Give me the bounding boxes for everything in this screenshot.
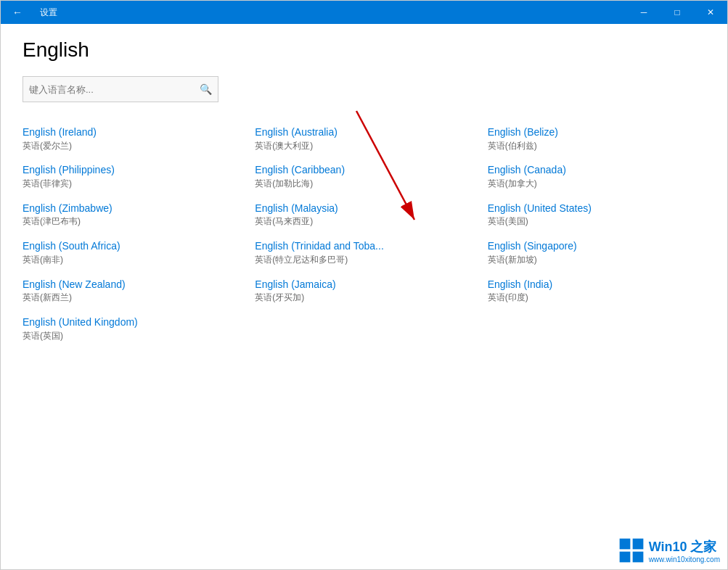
lang-sub: 英语(加拿大) (488, 178, 705, 190)
list-item[interactable]: English (Malaysia)英语(马来西亚) (255, 196, 473, 234)
list-item[interactable]: English (Caribbean)英语(加勒比海) (255, 157, 473, 195)
list-item[interactable]: English (New Zealand)英语(新西兰) (23, 272, 240, 310)
lang-name: English (Caribbean) (255, 163, 473, 178)
lang-name: English (Ireland) (23, 125, 240, 140)
lang-name: English (Jamaica) (255, 278, 473, 292)
search-box[interactable]: 🔍 (23, 76, 218, 102)
list-item[interactable]: English (South Africa)英语(南非) (23, 234, 240, 271)
list-item[interactable]: English (United Kingdom)英语(英国) (23, 310, 240, 347)
watermark-text: Win10 之家 www.win10xitong.com (649, 538, 720, 563)
windows-logo-icon (618, 537, 645, 563)
back-button[interactable]: ← (1, 1, 34, 24)
list-item[interactable]: English (Canada)英语(加拿大) (488, 157, 705, 195)
lang-name: English (India) (488, 278, 705, 292)
close-icon: ✕ (707, 7, 714, 17)
list-item[interactable]: English (Jamaica)英语(牙买加) (255, 272, 473, 310)
maximize-button[interactable]: □ (660, 1, 694, 24)
lang-sub: 英语(印度) (488, 292, 705, 304)
lang-name: English (Australia) (255, 125, 473, 140)
lang-sub: 英语(牙买加) (255, 292, 473, 304)
lang-name: English (Malaysia) (255, 202, 473, 216)
language-column-2: English (Belize)英语(伯利兹)English (Canada)英… (488, 120, 705, 347)
lang-sub: 英语(南非) (23, 254, 240, 266)
content-area: English 🔍 English (Ireland)英语(爱尔兰)Englis… (1, 24, 727, 569)
lang-name: English (Singapore) (488, 239, 705, 254)
list-item[interactable]: English (India)英语(印度) (488, 272, 705, 310)
lang-sub: 英语(爱尔兰) (23, 140, 240, 152)
list-item[interactable]: English (Belize)英语(伯利兹) (488, 120, 705, 157)
search-icon: 🔍 (200, 83, 212, 95)
minimize-button[interactable]: ─ (627, 1, 660, 24)
titlebar: ← 设置 ─ □ ✕ (1, 1, 727, 24)
lang-sub: 英语(马来西亚) (255, 215, 473, 228)
page-title: English (23, 38, 705, 62)
svg-rect-4 (619, 552, 630, 563)
lang-sub: 英语(新西兰) (23, 292, 240, 304)
svg-rect-3 (632, 539, 643, 550)
titlebar-controls: ─ □ ✕ (627, 1, 727, 24)
close-button[interactable]: ✕ (694, 1, 727, 24)
back-icon: ← (12, 7, 23, 18)
list-item[interactable]: English (Zimbabwe)英语(津巴布韦) (23, 196, 240, 234)
search-input[interactable] (29, 84, 200, 95)
lang-sub: 英语(澳大利亚) (255, 140, 473, 152)
language-column-0: English (Ireland)英语(爱尔兰)English (Philipp… (23, 120, 240, 347)
lang-sub: 英语(新加坡) (488, 254, 705, 266)
window: ← 设置 ─ □ ✕ English 🔍 English (Ireland)英 (0, 0, 728, 570)
svg-rect-5 (632, 552, 643, 563)
svg-rect-2 (619, 539, 630, 550)
lang-name: English (South Africa) (23, 239, 240, 254)
list-item[interactable]: English (Singapore)英语(新加坡) (488, 234, 705, 271)
lang-sub: 英语(菲律宾) (23, 178, 240, 190)
lang-name: English (Trinidad and Toba... (255, 239, 473, 254)
lang-sub: 英语(特立尼达和多巴哥) (255, 254, 473, 266)
lang-name: English (Philippines) (23, 163, 240, 178)
titlebar-title: 设置 (34, 7, 57, 19)
lang-sub: 英语(伯利兹) (488, 140, 705, 152)
lang-name: English (Canada) (488, 163, 705, 178)
minimize-icon: ─ (641, 7, 647, 17)
list-item[interactable]: English (United States)英语(美国) (488, 196, 705, 234)
language-grid: English (Ireland)英语(爱尔兰)English (Philipp… (23, 120, 705, 347)
list-item[interactable]: English (Australia)英语(澳大利亚) (255, 120, 473, 157)
lang-sub: 英语(津巴布韦) (23, 215, 240, 228)
titlebar-left: ← 设置 (1, 1, 57, 24)
lang-sub: 英语(英国) (23, 330, 240, 342)
lang-sub: 英语(加勒比海) (255, 178, 473, 190)
lang-sub: 英语(美国) (488, 215, 705, 228)
lang-name: English (United States) (488, 202, 705, 216)
list-item[interactable]: English (Ireland)英语(爱尔兰) (23, 120, 240, 157)
lang-name: English (Belize) (488, 125, 705, 140)
list-item[interactable]: English (Philippines)英语(菲律宾) (23, 157, 240, 195)
language-column-1: English (Australia)英语(澳大利亚)English (Cari… (255, 120, 473, 347)
watermark-title: Win10 之家 (649, 538, 720, 555)
watermark-url: www.win10xitong.com (649, 555, 720, 563)
lang-name: English (United Kingdom) (23, 315, 240, 330)
lang-name: English (New Zealand) (23, 278, 240, 292)
lang-name: English (Zimbabwe) (23, 202, 240, 216)
list-item[interactable]: English (Trinidad and Toba...英语(特立尼达和多巴哥… (255, 234, 473, 271)
maximize-icon: □ (674, 7, 679, 17)
watermark: Win10 之家 www.win10xitong.com (618, 537, 720, 563)
